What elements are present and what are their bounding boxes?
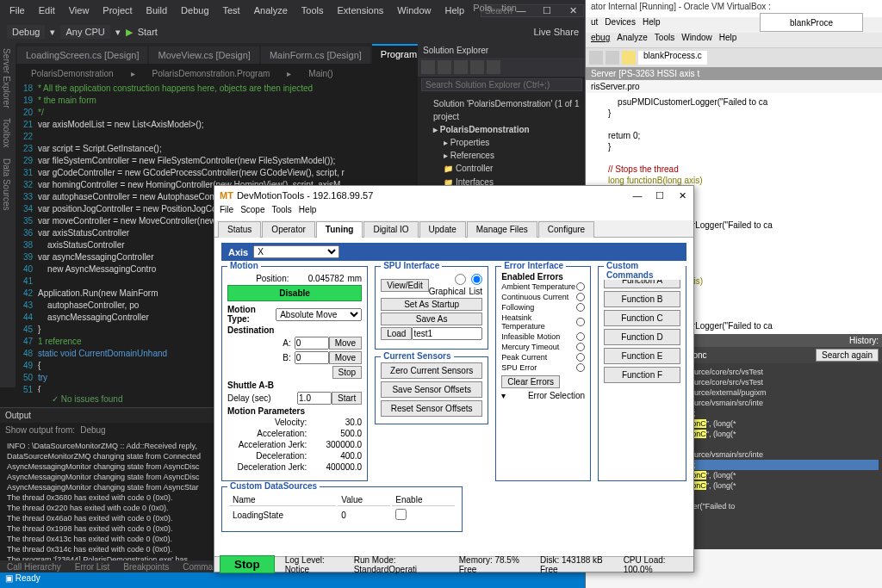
pro-file-1[interactable]: risServer.pro	[586, 80, 882, 93]
error-row[interactable]: Infeasible Motion	[501, 331, 585, 342]
maximize-icon[interactable]: ☐	[649, 186, 671, 205]
ds-enable-checkbox[interactable]	[395, 509, 407, 520]
chevron-down-icon[interactable]: ▾	[501, 391, 506, 400]
stop-button[interactable]: Stop	[332, 366, 363, 379]
menu-extensions[interactable]: Extensions	[332, 3, 390, 17]
load-button[interactable]: Load	[381, 327, 412, 340]
crumb-namespace[interactable]: PolarisDemonstration.Program	[147, 67, 276, 80]
dmt-menu-tools[interactable]: Tools	[271, 205, 291, 220]
move-a-button[interactable]: Move	[329, 337, 362, 350]
axis-dropdown[interactable]: X	[253, 245, 339, 258]
error-row[interactable]: Peak Current	[501, 352, 585, 362]
list-radio[interactable]	[471, 274, 482, 285]
dmt-menu-scope[interactable]: Scope	[240, 205, 264, 220]
error-row[interactable]: Following	[501, 302, 585, 313]
tab-digitalio[interactable]: Digital IO	[363, 221, 418, 238]
editor-tab-blank[interactable]: blankProce	[760, 13, 863, 32]
custom-cmd-button[interactable]: Function B	[604, 291, 680, 307]
custom-cmd-button[interactable]: Function E	[604, 348, 680, 364]
editor-tab[interactable]: MoveView.cs [Design]	[149, 46, 258, 64]
tab-update[interactable]: Update	[419, 221, 466, 238]
tab-operator[interactable]: Operator	[262, 221, 314, 238]
tree-item[interactable]: ▸ References	[423, 149, 581, 162]
editor-tab[interactable]: LoadingScreen.cs [Design]	[17, 46, 147, 64]
liveshare-button[interactable]: Live Share	[533, 27, 579, 37]
config-dropdown[interactable]: Debug	[7, 25, 45, 39]
tree-item[interactable]: ▸ Properties	[423, 136, 581, 149]
motion-type-dropdown[interactable]: Absolute Move	[276, 308, 362, 321]
error-row[interactable]: SPU Error	[501, 362, 585, 373]
menu-file[interactable]: File	[3, 3, 31, 17]
tab-status[interactable]: Status	[218, 221, 261, 238]
cpu-dropdown[interactable]: Any CPU	[60, 25, 109, 39]
dmt-menu-help[interactable]: Help	[299, 205, 317, 220]
solution-root[interactable]: Solution 'PolarisDemonstration' (1 of 1 …	[423, 97, 581, 123]
move-b-button[interactable]: Move	[329, 351, 362, 364]
graphical-radio[interactable]	[455, 274, 466, 285]
menu-analyze[interactable]: Analyze	[248, 3, 294, 17]
output-from-dropdown[interactable]: Debug	[80, 425, 105, 435]
menu-test[interactable]: Test	[217, 3, 246, 17]
qt-menu-window[interactable]: Window	[681, 33, 712, 47]
forward-icon[interactable]	[606, 51, 619, 65]
menu-project[interactable]: Project	[96, 3, 138, 17]
tab-managefiles[interactable]: Manage Files	[467, 221, 537, 238]
view-edit-button[interactable]: View/Edit	[381, 279, 429, 292]
close-icon[interactable]: ✕	[560, 0, 586, 21]
tab-tuning[interactable]: Tuning	[316, 221, 363, 238]
shuttle-start-button[interactable]: Start	[332, 392, 362, 405]
qt-menu-analyze[interactable]: Analyze	[617, 33, 648, 47]
dest-b-input[interactable]	[295, 351, 329, 364]
error-row[interactable]: Continuous Current	[501, 292, 585, 302]
menu-window[interactable]: Window	[391, 3, 437, 17]
qt-menu-debug[interactable]: ebug	[591, 33, 610, 47]
clear-errors-button[interactable]: Clear Errors	[501, 375, 560, 388]
side-toolbox[interactable]: Toolbox	[0, 113, 13, 152]
maximize-icon[interactable]: ☐	[534, 0, 560, 21]
load-name-input[interactable]	[412, 327, 482, 340]
crumb-method[interactable]: Main()	[303, 67, 338, 80]
menu-debug[interactable]: Debug	[175, 3, 214, 17]
ds-row[interactable]: LoadingState0	[229, 508, 455, 523]
status-stop-button[interactable]: Stop	[220, 555, 275, 573]
menu-build[interactable]: Build	[140, 3, 173, 17]
file-icon[interactable]	[622, 51, 636, 65]
play-icon[interactable]: ▶	[126, 27, 133, 38]
menu-view[interactable]: View	[63, 3, 96, 17]
save-offsets-button[interactable]: Save Sensor Offsets	[381, 381, 482, 398]
dest-a-input[interactable]	[295, 337, 329, 350]
error-row[interactable]: Mercury Timeout	[501, 342, 585, 352]
search-again-button[interactable]: Search again	[816, 349, 879, 362]
vm-menu-devices[interactable]: Devices	[605, 17, 636, 33]
vm-menu-help[interactable]: Help	[643, 17, 661, 33]
save-as-button[interactable]: Save As	[381, 313, 482, 325]
delay-input[interactable]	[297, 392, 332, 405]
custom-cmd-button[interactable]: Function F	[604, 367, 680, 383]
file-tab[interactable]: blankProcess.c	[638, 51, 707, 65]
error-row[interactable]: Ambient Temperature	[501, 282, 585, 292]
zero-sensors-button[interactable]: Zero Current Sensors	[381, 362, 482, 379]
qt-menu-tools[interactable]: Tools	[655, 33, 674, 47]
custom-cmd-button[interactable]: Function D	[604, 329, 680, 345]
tab-configure[interactable]: Configure	[538, 221, 594, 238]
crumb-project[interactable]: PolarisDemonstration	[26, 67, 119, 80]
refresh-icon[interactable]	[438, 60, 451, 74]
editor-tab[interactable]: MainForm.cs [Design]	[261, 46, 370, 64]
start-button[interactable]: Start	[138, 27, 158, 37]
side-server-explorer[interactable]: Server Explorer	[0, 43, 13, 113]
back-icon[interactable]	[589, 51, 603, 65]
menu-tools[interactable]: Tools	[295, 3, 330, 17]
side-data-sources[interactable]: Data Sources	[0, 153, 13, 216]
close-icon[interactable]: ✕	[671, 186, 693, 205]
set-startup-button[interactable]: Set As Startup	[381, 298, 482, 311]
show-all-icon[interactable]	[470, 60, 484, 74]
minimize-icon[interactable]: —	[626, 186, 649, 205]
vm-menu-input[interactable]: ut	[591, 17, 598, 33]
qt-menu-help[interactable]: Help	[719, 33, 737, 47]
dmt-menu-file[interactable]: File	[220, 205, 233, 220]
disable-button[interactable]: Disable	[227, 285, 362, 301]
tree-folder[interactable]: Controller	[423, 162, 581, 176]
minimize-icon[interactable]: —	[508, 0, 534, 21]
menu-edit[interactable]: Edit	[33, 3, 61, 17]
solution-search-input[interactable]	[421, 78, 582, 91]
